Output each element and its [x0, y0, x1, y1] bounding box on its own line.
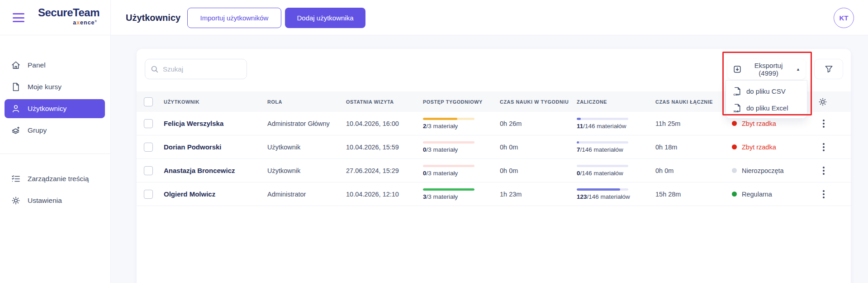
search-input[interactable]	[163, 65, 235, 73]
completed-progress-bar	[577, 118, 628, 120]
sidebar-item-zarzadzanie-trescia[interactable]: Zarządzanie treścią	[5, 169, 105, 188]
svg-text:XLS: XLS	[733, 110, 739, 112]
sidebar-item-label: Grupy	[28, 126, 47, 134]
file-csv-icon: CSV	[732, 86, 742, 96]
export-button[interactable]: Eksportuj (4999) ▲	[727, 59, 806, 79]
layers-plus-icon	[11, 125, 21, 135]
sidebar-item-uzytkownicy[interactable]: Użytkownicy	[5, 99, 105, 118]
user-role: Użytkownik	[267, 167, 346, 174]
brand-name: SecureTeam	[38, 7, 99, 19]
weekly-progress-label: 2/3 materiały	[423, 123, 500, 130]
search-icon	[151, 65, 159, 73]
column-header-week-time[interactable]: CZAS NAUKI W TYGODNIU	[500, 99, 577, 105]
status-label: Zbyt rzadka	[742, 120, 776, 127]
row-menu-button[interactable]	[817, 117, 830, 130]
weekly-progress-bar	[423, 118, 474, 120]
completed-progress: 7/146 materiałów	[577, 141, 655, 153]
completed-progress: 0/146 materiałów	[577, 165, 655, 177]
column-header-user[interactable]: UŻYTKOWNIK	[164, 99, 267, 105]
weekly-progress-bar	[423, 165, 474, 167]
weekly-progress-bar	[423, 188, 474, 191]
export-csv-item[interactable]: CSV do pliku CSV	[726, 84, 807, 99]
user-avatar[interactable]: KT	[834, 8, 854, 28]
search-box	[145, 59, 247, 79]
checklist-icon	[11, 174, 21, 184]
export-file-icon	[733, 65, 742, 74]
topbar-divider	[110, 0, 111, 35]
page-title: Użytkownicy	[126, 0, 180, 35]
row-menu-button[interactable]	[817, 140, 830, 154]
weekly-progress: 2/3 materiały	[423, 118, 500, 130]
sidebar-item-label: Moje kursy	[28, 83, 62, 91]
sidebar-item-label: Zarządzanie treścią	[28, 175, 89, 183]
column-header-role[interactable]: ROLA	[267, 99, 346, 105]
week-time: 0h 0m	[500, 167, 577, 174]
status-dot	[732, 192, 737, 197]
user-name[interactable]: Anastazja Broncewicz	[164, 167, 267, 174]
table-row: Dorian Podworski Użytkownik 10.04.2026, …	[137, 135, 851, 159]
status-dot	[732, 168, 737, 173]
user-name[interactable]: Dorian Podworski	[164, 143, 267, 151]
sidebar-item-panel[interactable]: Panel	[5, 56, 105, 75]
total-time: 0h 18m	[655, 144, 732, 151]
sidebar-item-ustawienia[interactable]: Ustawienia	[5, 191, 105, 210]
sidebar-divider	[0, 153, 110, 154]
select-all-checkbox[interactable]	[144, 97, 153, 106]
filter-button[interactable]	[814, 59, 843, 79]
completed-progress: 123/146 materiałów	[577, 188, 655, 200]
column-header-total-time[interactable]: CZAS NAUKI ŁĄCZNIE	[655, 99, 732, 105]
status-dot	[732, 121, 737, 126]
table-row: Anastazja Broncewicz Użytkownik 27.06.20…	[137, 159, 851, 182]
last-visit: 10.04.2026, 15:59	[346, 144, 423, 151]
activity-status: Nierozpoczęta	[732, 167, 814, 174]
last-visit: 27.06.2024, 15:29	[346, 167, 423, 174]
week-time: 0h 26m	[500, 120, 577, 127]
column-settings-button[interactable]	[814, 97, 851, 107]
column-header-weekly-progress[interactable]: POSTĘP TYGODNIOWY	[423, 99, 500, 105]
user-name[interactable]: Felicja Werszylska	[164, 120, 267, 127]
total-time: 11h 25m	[655, 120, 732, 127]
completed-progress-label: 7/146 materiałów	[577, 146, 655, 153]
user-name[interactable]: Olgierd Molwicz	[164, 190, 267, 198]
gear-icon	[11, 196, 21, 206]
add-user-button[interactable]: Dodaj użytkownika	[285, 8, 365, 28]
activity-status: Regularna	[732, 191, 814, 198]
row-checkbox[interactable]	[144, 166, 153, 175]
column-header-last-visit[interactable]: OSTATNIA WIZYTA	[346, 99, 423, 105]
topbar: SecureTeam axence® Użytkownicy Importuj …	[0, 0, 868, 35]
weekly-progress: 0/3 materiały	[423, 165, 500, 177]
completed-progress-label: 0/146 materiałów	[577, 170, 655, 177]
row-menu-button[interactable]	[817, 164, 830, 177]
row-checkbox[interactable]	[144, 190, 153, 199]
table-body: Felicja Werszylska Administrator Główny …	[137, 112, 851, 206]
user-role: Administrator Główny	[267, 120, 346, 127]
week-time: 1h 23m	[500, 191, 577, 198]
row-checkbox[interactable]	[144, 143, 153, 152]
hamburger-menu-button[interactable]	[13, 12, 25, 24]
weekly-progress-label: 0/3 materiały	[423, 170, 500, 177]
sidebar-item-grupy[interactable]: Grupy	[5, 121, 105, 140]
gear-icon	[818, 97, 828, 107]
row-menu-button[interactable]	[817, 187, 830, 201]
sidebar-item-label: Panel	[28, 61, 46, 69]
weekly-progress: 0/3 materiały	[423, 141, 500, 153]
row-checkbox[interactable]	[144, 119, 153, 128]
export-menu: CSV do pliku CSV XLS do pliku Excel	[726, 80, 807, 119]
completed-progress-bar	[577, 188, 628, 191]
completed-progress-label: 123/146 materiałów	[577, 193, 655, 200]
export-button-label: Eksportuj (4999)	[746, 62, 791, 77]
activity-status: Zbyt rzadka	[732, 144, 814, 151]
sidebar-item-label: Ustawienia	[28, 197, 62, 205]
column-header-completed[interactable]: ZALICZONE	[577, 99, 655, 105]
document-icon	[11, 82, 21, 92]
import-users-button[interactable]: Importuj użytkowników	[187, 8, 281, 28]
export-excel-item[interactable]: XLS do pliku Excel	[726, 101, 807, 115]
sidebar-item-moje-kursy[interactable]: Moje kursy	[5, 77, 105, 96]
user-icon	[11, 104, 21, 114]
weekly-progress-bar	[423, 141, 474, 144]
week-time: 0h 0m	[500, 144, 577, 151]
export-item-label: do pliku Excel	[746, 104, 788, 112]
funnel-icon	[824, 64, 834, 74]
home-icon	[11, 60, 21, 70]
status-dot	[732, 144, 737, 149]
